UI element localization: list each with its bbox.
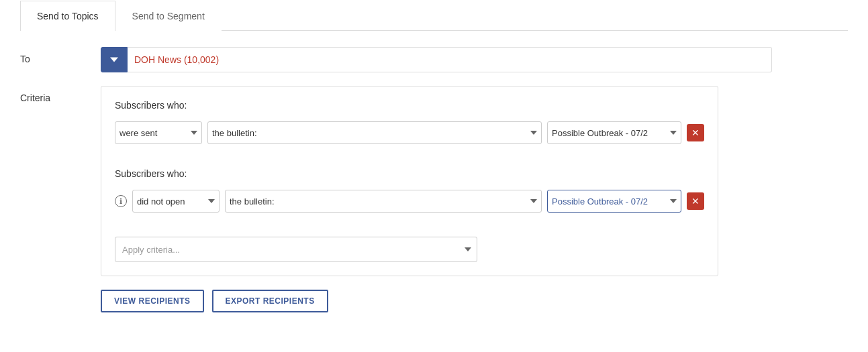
chevron-down-icon [110,56,118,64]
to-row: To [20,47,848,72]
subscribers-who-text-2: Subscribers who: [115,168,187,179]
criteria-row: Criteria Subscribers who: were sent did … [20,86,848,276]
apply-criteria-container: Apply criteria... [115,237,704,262]
subscribers-label-1: Subscribers who: [115,100,704,111]
bulletin-select-1[interactable]: the bulletin: [207,121,542,144]
remove-button-2[interactable]: ✕ [687,192,704,210]
subscribers-who-text-1: Subscribers who: [115,100,187,111]
outbreak-select-1[interactable]: Possible Outbreak - 07/2 [547,121,681,144]
tab-send-to-topics[interactable]: Send to Topics [20,1,115,31]
remove-button-1[interactable]: ✕ [687,124,704,141]
tabs-bar: Send to Topics Send to Segment [20,0,848,31]
criteria-section-2: Subscribers who: ℹ were sent did not ope… [115,168,704,223]
to-field-group [101,47,772,72]
subscribers-label-2: Subscribers who: [115,168,704,179]
info-icon[interactable]: ℹ [115,195,127,207]
to-dropdown-button[interactable] [101,47,128,72]
criteria-row-2: ℹ were sent did not open opened clicked … [115,190,704,223]
page-container: Send to Topics Send to Segment To Criter… [0,0,868,352]
action-select-1[interactable]: were sent did not open opened clicked [115,121,202,144]
criteria-box: Subscribers who: were sent did not open … [101,86,718,276]
criteria-section-1: Subscribers who: were sent did not open … [115,100,704,155]
to-label: To [20,47,101,64]
tab-send-to-segment[interactable]: Send to Segment [115,1,222,31]
criteria-label: Criteria [20,86,101,103]
to-input[interactable] [128,47,772,72]
action-buttons: VIEW RECIPIENTS EXPORT RECIPIENTS [20,290,848,312]
outbreak-select-2[interactable]: Possible Outbreak - 07/2 [547,190,681,213]
bulletin-select-2[interactable]: the bulletin: [225,190,542,213]
criteria-row-1: were sent did not open opened clicked th… [115,121,704,155]
apply-criteria-select[interactable]: Apply criteria... [115,237,477,262]
view-recipients-button[interactable]: VIEW RECIPIENTS [101,290,204,312]
action-select-2[interactable]: were sent did not open opened clicked [132,190,220,213]
export-recipients-button[interactable]: EXPORT RECIPIENTS [212,290,328,312]
